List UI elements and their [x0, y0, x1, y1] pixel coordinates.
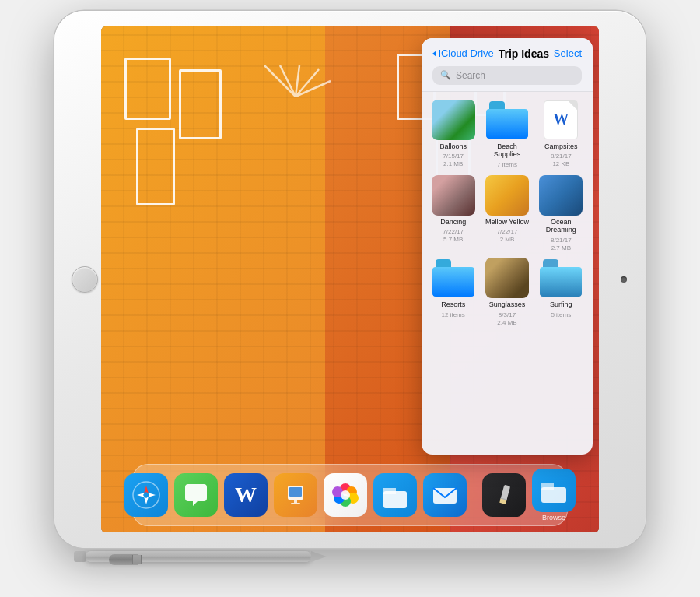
file-item-dancing[interactable]: Dancing 7/22/17 5.7 MB: [429, 175, 477, 252]
file-name-sunglasses: Sunglasses: [489, 300, 526, 309]
graffiti-rect-2: [136, 128, 175, 205]
file-thumb-sunglasses: [485, 258, 529, 298]
file-thumb-resorts: [432, 258, 475, 298]
file-name-mellow: Mellow Yellow: [485, 218, 529, 227]
svg-marker-6: [144, 486, 149, 493]
dock-icon-browse[interactable]: [532, 469, 576, 512]
svg-rect-28: [541, 483, 554, 490]
search-placeholder-text: Search: [456, 70, 485, 81]
dock-icon-keynote[interactable]: [274, 473, 317, 517]
file-grid: Balloons 7/15/17 2.1 MB: [422, 92, 593, 335]
folder-surfing: [540, 259, 582, 297]
file-item-balloons[interactable]: Balloons 7/15/17 2.1 MB: [429, 100, 477, 169]
mellow-thumbnail: [485, 175, 529, 216]
word-w-letter: W: [553, 111, 569, 128]
file-thumb-beach: [485, 100, 529, 140]
pencil-eraser: [74, 551, 86, 562]
dock-icon-browse-wrapper: Browse: [532, 469, 576, 521]
pencil-metal-band: [132, 555, 142, 564]
main-scene: W: [16, 11, 684, 587]
pencil-tip: [311, 551, 327, 562]
panel-nav: iCloud Drive Trip Ideas Select: [432, 47, 582, 60]
svg-point-20: [341, 490, 350, 500]
ipad-screen: W: [101, 26, 599, 532]
back-label: iCloud Drive: [439, 47, 494, 59]
file-name-surfing: Surfing: [550, 300, 572, 309]
panel-header: iCloud Drive Trip Ideas Select 🔍 Search: [422, 38, 593, 92]
file-name-beach: Beach Supplies: [483, 142, 530, 160]
file-thumb-dancing: [432, 175, 475, 216]
svg-line-0: [264, 65, 296, 97]
file-meta-beach: 7 items: [497, 161, 517, 169]
svg-line-4: [296, 81, 331, 97]
dock-icon-messages[interactable]: [174, 473, 218, 517]
file-item-mellow-yellow[interactable]: Mellow Yellow 7/22/17 2 MB: [483, 175, 530, 252]
sunburst-lines: [257, 65, 334, 128]
file-meta-resorts: 12 items: [442, 311, 465, 319]
file-item-ocean[interactable]: Ocean Dreaming 8/21/17 2.7 MB: [537, 175, 585, 252]
file-thumb-ocean: [539, 175, 583, 216]
file-name-resorts: Resorts: [441, 300, 465, 309]
file-item-surfing[interactable]: Surfing 5 items: [537, 258, 585, 326]
app-dock: W: [132, 464, 568, 526]
home-button[interactable]: [72, 266, 98, 293]
file-thumb-campsites: W: [539, 100, 583, 140]
browse-label: Browse: [542, 514, 565, 521]
svg-rect-13: [291, 503, 300, 504]
file-name-campsites: Campsites: [544, 142, 578, 151]
graffiti-rect-3: [179, 69, 222, 139]
file-item-resorts[interactable]: Resorts 12 items: [429, 258, 477, 326]
folder-beach: [486, 101, 528, 139]
svg-rect-12: [294, 500, 297, 503]
dock-icon-safari[interactable]: [124, 473, 168, 517]
file-thumb-mellow: [485, 175, 529, 216]
file-thumb-balloons: [432, 100, 475, 140]
svg-rect-22: [383, 488, 396, 494]
ocean-thumbnail: [539, 175, 583, 216]
dancing-thumbnail: [432, 175, 475, 216]
svg-line-1: [280, 65, 296, 97]
file-name-ocean: Ocean Dreaming: [537, 218, 585, 235]
search-bar[interactable]: 🔍 Search: [432, 66, 582, 85]
file-meta-mellow: 7/22/17 2 MB: [497, 228, 518, 243]
dock-icon-mail[interactable]: [423, 473, 467, 517]
apple-pencil: [62, 548, 327, 565]
word-doc-icon: W: [544, 100, 578, 139]
file-meta-ocean: 8/21/17 2.7 MB: [551, 237, 572, 251]
file-item-sunglasses[interactable]: Sunglasses 8/3/17 2.4 MB: [483, 258, 530, 326]
file-meta-surfing: 5 items: [551, 311, 571, 319]
ipad-frame: W: [54, 11, 646, 548]
icloud-panel: iCloud Drive Trip Ideas Select 🔍 Search: [422, 38, 593, 455]
chevron-left-icon: [432, 51, 436, 57]
file-meta-balloons: 7/15/17 2.1 MB: [443, 153, 464, 167]
file-meta-campsites: 8/21/17 12 KB: [551, 153, 572, 167]
file-item-campsites[interactable]: W Campsites 8/21/17 12 KB: [537, 100, 585, 169]
panel-folder-title: Trip Ideas: [494, 47, 554, 60]
dock-icon-pencilkit[interactable]: [482, 473, 526, 517]
file-item-beach-supplies[interactable]: Beach Supplies 7 items: [483, 100, 530, 169]
svg-rect-11: [289, 487, 302, 497]
sunglasses-thumbnail: [485, 258, 529, 298]
front-camera: [621, 276, 627, 283]
select-button[interactable]: Select: [554, 47, 582, 59]
file-meta-sunglasses: 8/3/17 2.4 MB: [497, 311, 516, 326]
dock-icon-photos[interactable]: [324, 473, 367, 517]
dock-icon-word[interactable]: W: [224, 473, 268, 517]
file-thumb-surfing: [539, 258, 583, 298]
svg-marker-9: [148, 493, 156, 497]
back-button[interactable]: iCloud Drive: [432, 47, 494, 59]
folder-resorts: [432, 259, 474, 297]
file-meta-dancing: 7/22/17 5.7 MB: [443, 228, 464, 243]
pencil-body: [86, 551, 311, 562]
balloons-thumbnail: [432, 100, 475, 140]
svg-marker-8: [137, 493, 145, 497]
file-name-balloons: Balloons: [439, 142, 467, 151]
graffiti-rect-1: [124, 58, 171, 120]
svg-marker-7: [144, 497, 149, 504]
file-name-dancing: Dancing: [440, 218, 466, 227]
search-icon: 🔍: [440, 70, 451, 80]
dock-icon-files[interactable]: [373, 473, 417, 517]
